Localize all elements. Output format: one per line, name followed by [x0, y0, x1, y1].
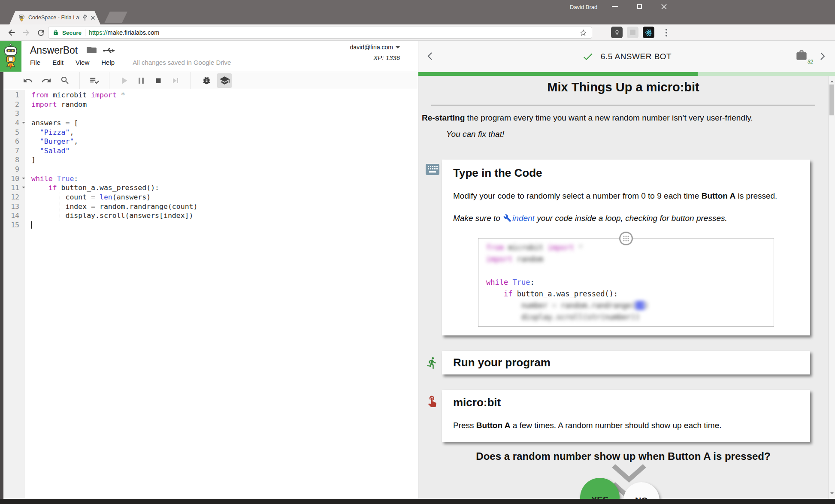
card-heading: Type in the Code — [453, 166, 799, 180]
line-number: 4 — [3, 118, 25, 128]
line-number: 15 — [3, 220, 25, 230]
search-button[interactable] — [59, 75, 70, 86]
forward-button[interactable] — [21, 27, 32, 38]
account-email: david@firia.com — [350, 44, 393, 51]
account-email-dropdown[interactable]: david@firia.com — [350, 44, 400, 51]
code-line[interactable]: 11 if button_a.was_pressed(): — [3, 183, 418, 193]
toolbox-count: 32 — [808, 59, 813, 65]
redo-button[interactable] — [41, 75, 52, 86]
new-tab-button[interactable] — [104, 12, 127, 23]
code-area[interactable]: 1from microbit import *2import random34a… — [3, 89, 418, 230]
browser-profile-name[interactable]: David Brad — [570, 4, 597, 10]
code-line[interactable]: 10while True: — [3, 174, 418, 184]
menu-edit[interactable]: Edit — [52, 59, 64, 66]
code-line[interactable]: 14 display.scroll(answers[index]) — [3, 211, 418, 220]
usb-icon — [103, 47, 115, 54]
debug-button[interactable] — [201, 75, 212, 86]
bookmark-star-icon[interactable] — [579, 29, 587, 37]
scroll-up-icon[interactable] — [830, 79, 834, 82]
toolbox-button[interactable]: 32 — [796, 49, 810, 64]
card-tip: Make sure to indent your code inside a l… — [453, 212, 799, 224]
code-line[interactable]: 6 "Burger", — [3, 137, 418, 146]
url-host: make.firialabs.com — [108, 29, 160, 36]
body-post: is pressed. — [735, 191, 777, 200]
tab-favicon-robot-icon — [18, 14, 25, 21]
firia-robot-logo — [0, 41, 21, 72]
tab-close-icon[interactable] — [91, 15, 95, 20]
open-folder-button[interactable] — [87, 46, 97, 54]
code-line[interactable]: 1from microbit import * — [3, 91, 418, 100]
body-bold: Button A — [476, 421, 511, 430]
address-bar[interactable]: Secure https://make.firialabs.com — [48, 27, 592, 39]
card-heading: micro:bit — [453, 396, 799, 409]
line-number: 6 — [3, 137, 25, 146]
extension-react-devtools-icon[interactable] — [643, 27, 654, 38]
code-line[interactable]: 13 index = random.randrange(count) — [3, 202, 418, 211]
check-code-button[interactable] — [89, 75, 100, 86]
code-line[interactable]: 2import random — [3, 100, 418, 109]
code-line[interactable]: 4answers = [ — [3, 118, 418, 128]
run-program-card: Run your program — [442, 351, 810, 374]
document-title[interactable]: AnswerBot — [30, 45, 78, 56]
card-body: Press Button A a few times. A random num… — [453, 419, 799, 432]
refresh-button[interactable] — [35, 27, 46, 38]
lesson-title-header: 6.5 ANSWER BOT — [601, 52, 672, 61]
scroll-down-icon[interactable] — [830, 492, 834, 496]
close-icon — [661, 4, 667, 9]
menu-help[interactable]: Help — [101, 59, 115, 66]
lessons-toggle-button[interactable] — [217, 73, 232, 88]
line-number: 13 — [3, 202, 25, 211]
answer-buttons: YES NO — [418, 463, 828, 498]
run-button[interactable] — [118, 75, 130, 86]
code-line[interactable]: 9 — [3, 165, 418, 174]
indent-link[interactable]: indent — [512, 214, 535, 223]
stop-button[interactable] — [153, 75, 164, 86]
redo-icon — [41, 75, 51, 86]
reveal-handle-icon[interactable] — [619, 231, 633, 246]
step-button[interactable] — [170, 75, 181, 86]
line-number: 11 — [3, 183, 25, 193]
back-button[interactable] — [6, 27, 17, 38]
code-line[interactable]: 8] — [3, 155, 418, 165]
usb-connect-button[interactable] — [103, 47, 115, 54]
window-close-button[interactable] — [654, 0, 674, 13]
fold-arrow-icon[interactable] — [22, 187, 25, 190]
undo-button[interactable] — [22, 75, 33, 86]
maximize-icon — [637, 4, 642, 9]
fold-arrow-icon[interactable] — [22, 122, 25, 125]
lesson-progress-fill — [418, 72, 698, 76]
lesson-question: Does a random number show up when Button… — [424, 450, 823, 462]
paragraph-rest: the program every time you want a new ra… — [465, 113, 753, 122]
url-scheme: https:// — [89, 29, 108, 36]
lesson-scrollbar[interactable] — [828, 76, 835, 499]
scrollbar-thumb[interactable] — [829, 85, 834, 115]
menu-view[interactable]: View — [76, 59, 89, 66]
browser-tab[interactable]: CodeSpace - Firia Labs — [9, 11, 100, 24]
lesson-next-button[interactable] — [817, 51, 827, 61]
fold-arrow-icon[interactable] — [22, 178, 25, 181]
extension-lightbulb-icon[interactable] — [611, 27, 623, 38]
snippet-line: if button_a.was_pressed(): — [486, 288, 774, 300]
window-minimize-button[interactable] — [605, 0, 625, 13]
code-line[interactable]: 12 count = len(answers) — [3, 193, 418, 202]
extension-disabled-icon[interactable] — [627, 27, 638, 38]
code-line[interactable]: 3 — [3, 109, 418, 118]
tab-usb-icon — [82, 14, 88, 21]
snippet-line: number = random.randrange(10) — [486, 300, 774, 311]
text-cursor — [31, 221, 32, 229]
browser-menu-button[interactable] — [661, 27, 672, 38]
card-body: Modify your code to randomly select a nu… — [453, 190, 799, 202]
code-line[interactable]: 15 — [3, 220, 418, 230]
line-number: 1 — [3, 91, 25, 100]
tip-pre: Make sure to — [453, 214, 502, 223]
menu-file[interactable]: File — [30, 59, 40, 66]
window-maximize-button[interactable] — [629, 0, 649, 13]
forward-icon — [21, 28, 31, 37]
code-line[interactable]: 5 "Pizza", — [3, 128, 418, 137]
type-in-code-card: Type in the Code Modify your code to ran… — [442, 160, 810, 335]
code-line[interactable]: 7 "Salad" — [3, 146, 418, 156]
editor-toolbar — [3, 72, 418, 89]
briefcase-icon — [796, 49, 808, 61]
line-number: 7 — [3, 146, 25, 156]
pause-button[interactable] — [136, 75, 147, 86]
